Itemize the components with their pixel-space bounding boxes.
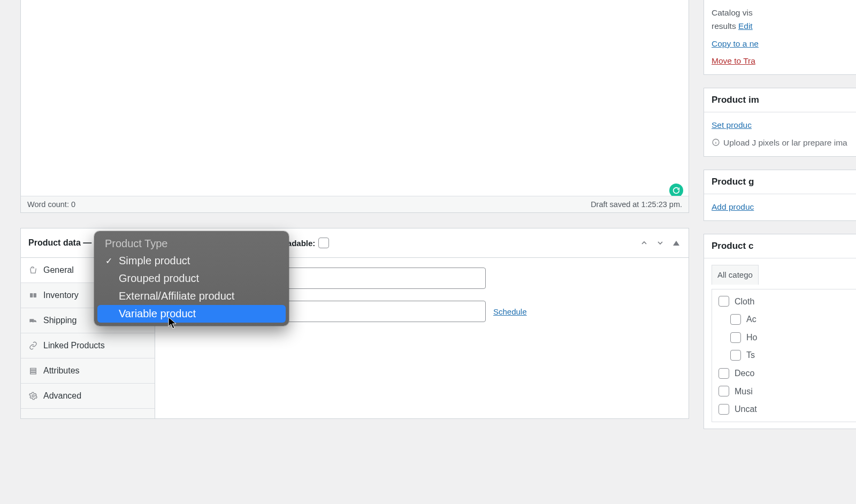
option-label: Simple product (119, 255, 190, 267)
product-categories-title: Product c (704, 234, 856, 258)
category-label: Uncat (735, 402, 757, 416)
panel-controls (639, 238, 681, 248)
category-item[interactable]: Deco (719, 366, 856, 380)
product-data-title: Product data — (28, 238, 91, 248)
category-checklist: ClothAcHoTsDecoMusiUncat (712, 289, 856, 422)
set-product-image-link[interactable]: Set produc (712, 119, 856, 132)
publish-widget: Catalog vis results Edit Copy to a ne Mo… (704, 0, 856, 75)
checkbox-icon (719, 386, 729, 396)
svg-point-8 (32, 395, 34, 397)
product-type-dropdown[interactable]: Product Type ✓Simple productGrouped prod… (94, 231, 289, 326)
svg-rect-7 (30, 372, 36, 374)
tab-attributes[interactable]: Attributes (21, 358, 155, 384)
tab-label: Advanced (43, 391, 81, 401)
tab-label: Shipping (43, 316, 77, 325)
linked-icon (28, 341, 38, 350)
edit-visibility-link[interactable]: Edit (738, 21, 753, 30)
dropdown-option[interactable]: External/Affiliate product (97, 287, 286, 305)
tab-label: Linked Products (43, 341, 105, 350)
checkbox-icon (730, 332, 741, 343)
categories-tab-all[interactable]: All catego (712, 265, 759, 285)
product-gallery-widget: Product g Add produc (704, 170, 856, 221)
checkbox-icon (719, 296, 729, 307)
checkbox-icon (719, 368, 729, 379)
svg-rect-6 (30, 370, 36, 372)
svg-point-4 (34, 322, 36, 324)
checkbox-icon (730, 314, 741, 325)
draft-saved: Draft saved at 1:25:23 pm. (591, 200, 682, 209)
copy-to-draft-link[interactable]: Copy to a ne (712, 37, 856, 51)
category-item[interactable]: Musi (719, 385, 856, 399)
shipping-icon (28, 316, 38, 325)
sale-price-input[interactable] (265, 301, 486, 322)
category-item[interactable]: Cloth (719, 295, 856, 309)
product-categories-widget: Product c All catego ClothAcHoTsDecoMusi… (704, 234, 856, 429)
option-label: External/Affiliate product (119, 290, 234, 302)
category-label: Cloth (735, 295, 754, 309)
regular-price-input[interactable] (265, 268, 486, 289)
general-icon (28, 265, 38, 275)
dropdown-option[interactable]: Grouped product (97, 270, 286, 287)
schedule-link[interactable]: Schedule (493, 307, 527, 316)
content-editor[interactable]: Word count: 0 Draft saved at 1:25:23 pm. (20, 0, 689, 213)
tab-label: Attributes (43, 366, 80, 376)
svg-rect-2 (29, 319, 34, 322)
option-label: Grouped product (119, 272, 199, 285)
category-label: Ac (746, 312, 756, 326)
category-label: Ho (746, 331, 757, 345)
product-gallery-title: Product g (704, 170, 856, 194)
category-label: Musi (735, 385, 753, 399)
dropdown-option[interactable]: ✓Simple product (97, 252, 286, 270)
check-icon: ✓ (104, 256, 113, 266)
product-image-title: Product im (704, 88, 856, 112)
tab-advanced[interactable]: Advanced (21, 384, 155, 409)
advanced-icon (28, 391, 38, 401)
tab-label: General (43, 265, 74, 275)
category-label: Ts (746, 348, 755, 362)
svg-rect-1 (34, 293, 36, 297)
editor-status-bar: Word count: 0 Draft saved at 1:25:23 pm. (21, 196, 689, 212)
tab-linked[interactable]: Linked Products (21, 333, 155, 358)
checkbox-icon (318, 238, 329, 248)
option-label: Variable product (119, 308, 196, 320)
move-to-trash-link[interactable]: Move to Tra (712, 55, 856, 68)
move-up-icon[interactable] (639, 238, 649, 248)
collapse-toggle-icon[interactable] (671, 238, 681, 248)
svg-rect-5 (30, 368, 36, 370)
dropdown-option[interactable]: Variable product (97, 305, 286, 323)
checkbox-icon (730, 350, 741, 361)
upload-note: Upload J pixels or lar prepare ima (712, 136, 856, 150)
svg-rect-0 (30, 293, 33, 297)
inventory-icon (28, 291, 38, 300)
category-item[interactable]: Ho (730, 331, 856, 345)
svg-point-3 (30, 322, 32, 324)
category-item[interactable]: Uncat (719, 402, 856, 416)
attributes-icon (28, 366, 38, 376)
catalog-visibility-line: Catalog vis results Edit (712, 6, 856, 33)
category-label: Deco (735, 366, 754, 380)
move-down-icon[interactable] (655, 238, 665, 248)
word-count: Word count: 0 (27, 200, 75, 209)
dropdown-group-label: Product Type (97, 234, 286, 252)
tab-label: Inventory (43, 291, 79, 300)
add-product-gallery-link[interactable]: Add produc (712, 201, 856, 214)
checkbox-icon (719, 404, 729, 415)
category-item[interactable]: Ts (730, 348, 856, 362)
product-image-widget: Product im Set produc Upload J pixels or… (704, 88, 856, 157)
category-item[interactable]: Ac (730, 312, 856, 326)
